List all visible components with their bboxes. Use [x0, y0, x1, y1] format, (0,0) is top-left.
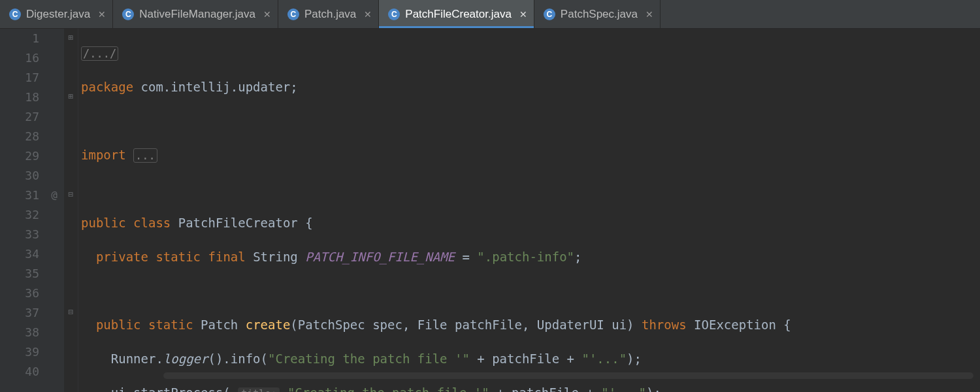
line-number: 17	[0, 68, 39, 88]
class-icon: C	[544, 8, 555, 20]
tab-patchspec[interactable]: C PatchSpec.java ✕	[534, 0, 661, 28]
line-number: 30	[0, 166, 39, 186]
line-number: 28	[0, 127, 39, 146]
tab-label: NativeFileManager.java	[139, 8, 255, 21]
tab-nativefilemanager[interactable]: C NativeFileManager.java ✕	[113, 0, 278, 28]
tab-label: Patch.java	[304, 8, 356, 21]
line-number: 18	[0, 88, 39, 107]
folded-region[interactable]: /.../	[81, 46, 118, 61]
tab-label: PatchSpec.java	[561, 8, 638, 21]
code-area[interactable]: /.../ package com.intellij.updater; impo…	[78, 29, 980, 392]
fold-toggle-icon[interactable]: ⊞	[64, 29, 78, 48]
fold-gutter: ⊞ ⊞ ⊟ ⊟	[64, 29, 78, 392]
class-icon: C	[388, 8, 400, 20]
fold-toggle-icon[interactable]: ⊟	[64, 186, 78, 205]
horizontal-scrollbar[interactable]	[163, 372, 973, 379]
breadcrumb[interactable]	[157, 379, 167, 392]
line-number: 1	[0, 29, 39, 48]
close-icon[interactable]: ✕	[519, 9, 527, 20]
line-number: 36	[0, 284, 39, 303]
tab-patchfilecreator[interactable]: C PatchFileCreator.java ✕	[379, 0, 534, 28]
line-number: 35	[0, 264, 39, 284]
line-number: 37	[0, 303, 39, 323]
fold-toggle-icon[interactable]: ⊟	[64, 303, 78, 323]
line-number-gutter: 1 16 17 18 27 28 29 30 31 32 33 34 35 36…	[0, 29, 44, 392]
line-number: 27	[0, 107, 39, 127]
line-number: 33	[0, 225, 39, 244]
close-icon[interactable]: ✕	[364, 9, 372, 20]
line-number: 16	[0, 48, 39, 68]
class-icon: C	[9, 8, 21, 20]
annotation-gutter: @	[44, 29, 64, 392]
close-icon[interactable]: ✕	[98, 9, 106, 20]
close-icon[interactable]: ✕	[263, 9, 271, 20]
line-number: 39	[0, 342, 39, 362]
folded-region[interactable]: ...	[133, 148, 157, 163]
line-number: 38	[0, 323, 39, 342]
close-icon[interactable]: ✕	[645, 9, 653, 20]
tab-label: PatchFileCreator.java	[405, 8, 512, 21]
line-number: 34	[0, 244, 39, 264]
fold-toggle-icon[interactable]: ⊞	[64, 88, 78, 107]
editor-tabs: C Digester.java ✕ C NativeFileManager.ja…	[0, 0, 980, 29]
class-icon: C	[287, 8, 299, 20]
line-number: 31	[0, 186, 39, 205]
line-number: 40	[0, 362, 39, 382]
line-number: 32	[0, 205, 39, 225]
tab-patch[interactable]: C Patch.java ✕	[278, 0, 379, 28]
tab-digester[interactable]: C Digester.java ✕	[0, 0, 113, 28]
editor-area: 1 16 17 18 27 28 29 30 31 32 33 34 35 36…	[0, 29, 980, 392]
tab-label: Digester.java	[26, 8, 90, 21]
override-marker-icon[interactable]: @	[44, 186, 64, 205]
line-number: 29	[0, 146, 39, 166]
class-icon: C	[122, 8, 134, 20]
